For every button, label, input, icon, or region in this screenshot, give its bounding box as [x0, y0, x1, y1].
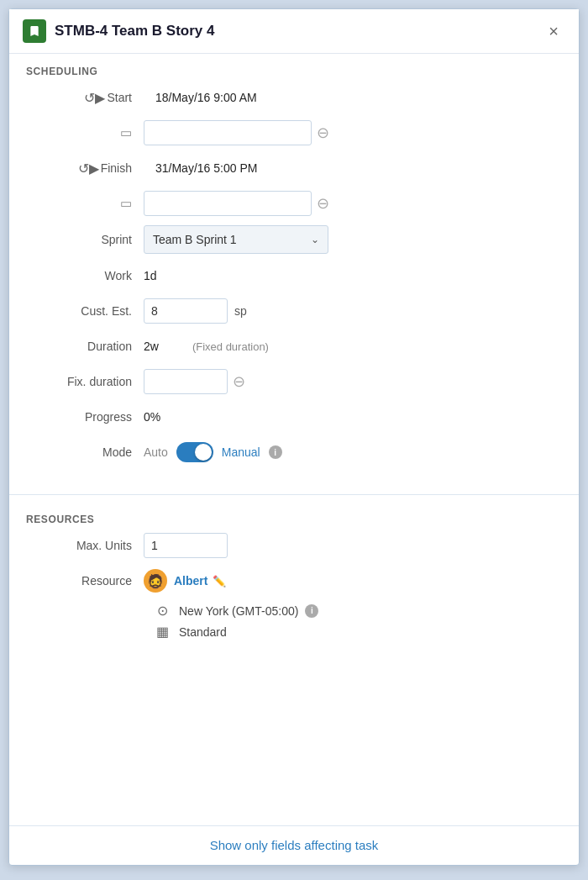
mode-label: Mode [26, 445, 144, 459]
work-label: Work [26, 269, 144, 282]
sprint-row: Sprint Team B Sprint 1 ⌄ [26, 225, 562, 254]
start-label-group: ↺▶ Start [26, 90, 144, 106]
resource-label: Resource [26, 574, 144, 588]
sprint-select[interactable]: Team B Sprint 1 ⌄ [144, 225, 328, 254]
avatar: 🧔 [144, 569, 167, 593]
dialog-header: STMB-4 Team B Story 4 × [9, 9, 579, 54]
scheduling-section-header: SCHEDULING [9, 54, 579, 84]
start-value: 18/May/16 9:00 AM [155, 91, 257, 104]
finish-label: Finish [101, 161, 132, 175]
fix-duration-label: Fix. duration [26, 375, 144, 388]
mode-controls: Auto Manual i [144, 442, 282, 462]
duration-label: Duration [26, 340, 144, 353]
bookmark-icon [28, 24, 41, 38]
cust-est-label: Cust. Est. [26, 304, 144, 318]
timezone-info-icon[interactable]: i [305, 604, 318, 618]
progress-label: Progress [26, 410, 144, 424]
max-units-row: Max. Units [26, 532, 562, 559]
work-value: 1d [144, 269, 157, 282]
show-fields-link[interactable]: Show only fields affecting task [210, 838, 379, 852]
dialog-footer: Show only fields affecting task [9, 825, 579, 865]
max-units-label: Max. Units [26, 539, 144, 552]
calendar-icon-start: ▭ [120, 125, 132, 140]
start-minus-icon[interactable]: ⊖ [317, 124, 329, 142]
dialog-title: STMB-4 Team B Story 4 [55, 23, 542, 40]
cust-est-input[interactable] [144, 298, 228, 324]
resource-name-row: Resource 🧔 Albert ✏️ [26, 567, 562, 594]
finish-input-row: ▭ ⊖ [26, 190, 562, 217]
close-button[interactable]: × [542, 19, 565, 43]
resource-name[interactable]: Albert [174, 574, 207, 588]
progress-value: 0% [144, 410, 160, 424]
fix-duration-minus-icon[interactable]: ⊖ [233, 372, 245, 391]
clock-icon: ⊙ [152, 603, 172, 619]
start-input-row: ▭ ⊖ [26, 119, 562, 146]
finish-row: ↺▶ Finish 31/May/16 5:00 PM [26, 155, 562, 182]
finish-minus-icon[interactable]: ⊖ [317, 194, 329, 213]
progress-row: Progress 0% [26, 403, 562, 430]
scheduling-form: ↺▶ Start 18/May/16 9:00 AM ▭ ⊖ ↺▶ Finish… [9, 84, 579, 487]
edit-icon[interactable]: ✏️ [213, 575, 226, 588]
sprint-value: Team B Sprint 1 [153, 233, 304, 246]
work-row: Work 1d [26, 262, 562, 289]
sprint-dropdown-icon: ⌄ [311, 234, 319, 245]
fixed-duration-note: (Fixed duration) [192, 340, 269, 353]
toggle-knob [195, 444, 212, 461]
fix-duration-input[interactable] [144, 369, 228, 394]
calendar-icon-finish: ▭ [120, 196, 132, 211]
fix-duration-row: Fix. duration ⊖ [26, 368, 562, 395]
finish-value: 31/May/16 5:00 PM [155, 161, 257, 175]
section-divider [9, 494, 579, 495]
duration-row: Duration 2w (Fixed duration) [26, 333, 562, 360]
start-label: Start [107, 91, 132, 104]
finish-input[interactable] [144, 191, 312, 216]
calendar-grid-icon: ▦ [152, 624, 172, 640]
sprint-label: Sprint [26, 233, 144, 246]
resources-form: Max. Units Resource 🧔 Albert ✏️ ⊙ New Yo… [9, 532, 579, 658]
recur-icon-finish: ↺▶ [78, 161, 99, 177]
dialog-body: SCHEDULING ↺▶ Start 18/May/16 9:00 AM ▭ … [9, 54, 579, 825]
max-units-input[interactable] [144, 533, 228, 558]
timezone-value: New York (GMT-05:00) [179, 604, 298, 618]
mode-info-icon[interactable]: i [269, 445, 282, 459]
finish-label-group: ↺▶ Finish [26, 161, 144, 177]
timezone-row: ⊙ New York (GMT-05:00) i [152, 603, 562, 619]
duration-value: 2w [144, 340, 159, 353]
mode-auto-label: Auto [144, 445, 168, 459]
cust-est-unit: sp [234, 304, 247, 318]
cust-est-row: Cust. Est. sp [26, 298, 562, 324]
mode-row: Mode Auto Manual i [26, 439, 562, 466]
calendar-value: Standard [179, 625, 227, 639]
recur-icon-start: ↺▶ [84, 90, 105, 106]
calendar-row: ▦ Standard [152, 624, 562, 640]
start-input[interactable] [144, 120, 312, 145]
mode-manual-label: Manual [222, 445, 260, 459]
resources-section-header: RESOURCES [9, 502, 579, 532]
start-row: ↺▶ Start 18/May/16 9:00 AM [26, 84, 562, 111]
mode-toggle[interactable] [176, 442, 213, 462]
task-icon [23, 19, 46, 43]
task-dialog: STMB-4 Team B Story 4 × SCHEDULING ↺▶ St… [8, 8, 580, 866]
